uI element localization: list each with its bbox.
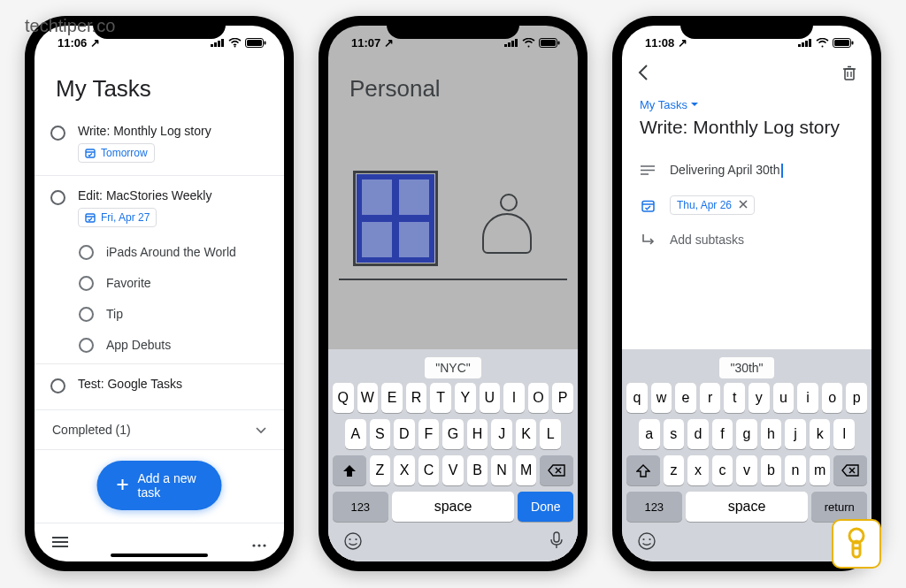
keyboard-suggestion[interactable]: "NYC"	[425, 357, 481, 378]
key-w[interactable]: w	[651, 383, 672, 413]
subtask-row[interactable]: Favorite	[35, 267, 284, 298]
date-chip[interactable]: Fri, Apr 27	[78, 208, 157, 227]
key-g[interactable]: G	[442, 419, 464, 449]
key-a[interactable]: A	[345, 419, 366, 449]
dimmed-background[interactable]: Personal	[328, 59, 578, 349]
key-y[interactable]: Y	[455, 383, 476, 413]
key-n[interactable]: n	[785, 455, 806, 485]
key-s[interactable]: S	[370, 419, 391, 449]
battery-icon	[539, 38, 560, 48]
key-f[interactable]: f	[712, 419, 733, 449]
key-t[interactable]: t	[724, 383, 745, 413]
key-q[interactable]: q	[626, 383, 648, 413]
key-g[interactable]: g	[736, 419, 757, 449]
key-z[interactable]: z	[664, 455, 685, 485]
backspace-key[interactable]	[540, 455, 573, 485]
subtask-title: Tip	[106, 307, 123, 321]
numeric-key[interactable]: 123	[626, 492, 682, 522]
cell-signal-icon	[504, 38, 518, 47]
key-e[interactable]: E	[381, 383, 403, 413]
keyboard-suggestion[interactable]: "30th"	[719, 357, 773, 378]
space-key[interactable]: space	[686, 492, 809, 522]
numeric-key[interactable]: 123	[333, 492, 388, 522]
key-i[interactable]: i	[797, 383, 818, 413]
subtask-complete-toggle[interactable]	[79, 245, 94, 260]
key-b[interactable]: B	[467, 455, 488, 485]
task-row[interactable]: Write: Monthly Log story Tomorrow	[35, 115, 284, 172]
key-x[interactable]: X	[394, 455, 415, 485]
menu-icon[interactable]	[52, 535, 68, 551]
return-key[interactable]: return	[811, 492, 867, 522]
shift-key[interactable]	[333, 455, 366, 485]
key-n[interactable]: N	[491, 455, 512, 485]
task-complete-toggle[interactable]	[50, 190, 65, 205]
task-complete-toggle[interactable]	[50, 126, 65, 141]
add-subtask-button[interactable]: Add subtasks	[622, 224, 871, 256]
subtask-row[interactable]: App Debuts	[35, 329, 284, 360]
key-m[interactable]: M	[516, 455, 537, 485]
key-b[interactable]: b	[761, 455, 782, 485]
subtask-complete-toggle[interactable]	[79, 338, 94, 353]
add-task-button[interactable]: Add a new task	[97, 461, 222, 510]
key-l[interactable]: L	[540, 419, 561, 449]
key-h[interactable]: h	[761, 419, 782, 449]
task-row[interactable]: Test: Google Tasks	[35, 368, 284, 402]
key-k[interactable]: k	[810, 419, 831, 449]
key-o[interactable]: O	[528, 383, 549, 413]
list-selector[interactable]: My Tasks	[622, 89, 871, 115]
key-y[interactable]: y	[749, 383, 770, 413]
key-p[interactable]: p	[846, 383, 867, 413]
back-button[interactable]	[638, 65, 649, 84]
key-j[interactable]: j	[785, 419, 806, 449]
key-k[interactable]: K	[516, 419, 537, 449]
key-e[interactable]: e	[675, 383, 696, 413]
space-key[interactable]: space	[392, 492, 515, 522]
key-v[interactable]: V	[442, 455, 464, 485]
key-z[interactable]: Z	[370, 455, 391, 485]
key-i[interactable]: I	[503, 383, 525, 413]
key-x[interactable]: x	[687, 455, 709, 485]
key-d[interactable]: D	[394, 419, 415, 449]
key-q[interactable]: Q	[333, 383, 354, 413]
task-complete-toggle[interactable]	[50, 378, 65, 393]
date-field[interactable]: Thu, Apr 26	[622, 187, 871, 224]
done-key[interactable]: Done	[518, 492, 573, 522]
key-t[interactable]: T	[430, 383, 451, 413]
clear-date-icon[interactable]	[739, 199, 748, 211]
key-s[interactable]: s	[664, 419, 685, 449]
home-indicator[interactable]	[111, 554, 208, 557]
backspace-key[interactable]	[833, 455, 867, 485]
dictation-key[interactable]	[550, 531, 563, 554]
subtask-row[interactable]: Tip	[35, 298, 284, 329]
key-p[interactable]: P	[552, 383, 573, 413]
key-u[interactable]: u	[773, 383, 795, 413]
completed-section-toggle[interactable]: Completed (1)	[35, 409, 284, 450]
emoji-key[interactable]	[637, 531, 656, 554]
key-u[interactable]: U	[480, 383, 501, 413]
key-f[interactable]: F	[418, 419, 440, 449]
key-w[interactable]: W	[357, 383, 379, 413]
key-r[interactable]: r	[700, 383, 721, 413]
key-l[interactable]: l	[833, 419, 855, 449]
date-chip[interactable]: Tomorrow	[78, 143, 155, 163]
key-m[interactable]: m	[810, 455, 831, 485]
key-o[interactable]: o	[822, 383, 843, 413]
key-r[interactable]: R	[406, 383, 427, 413]
key-v[interactable]: v	[736, 455, 757, 485]
task-title-field[interactable]: Write: Monthly Log story	[622, 115, 871, 154]
task-row[interactable]: Edit: MacStories Weekly Fri, Apr 27	[35, 179, 284, 236]
more-icon[interactable]	[252, 535, 266, 551]
key-c[interactable]: c	[712, 455, 733, 485]
key-d[interactable]: d	[687, 419, 709, 449]
details-field[interactable]: Delivering April 30th	[622, 154, 871, 187]
emoji-key[interactable]	[343, 531, 363, 554]
key-j[interactable]: J	[491, 419, 512, 449]
key-a[interactable]: a	[639, 419, 660, 449]
key-c[interactable]: C	[418, 455, 440, 485]
shift-key[interactable]	[626, 455, 660, 485]
subtask-complete-toggle[interactable]	[79, 307, 94, 322]
delete-button[interactable]	[843, 65, 856, 84]
key-h[interactable]: H	[467, 419, 488, 449]
subtask-row[interactable]: iPads Around the World	[35, 236, 284, 267]
subtask-complete-toggle[interactable]	[79, 276, 94, 291]
